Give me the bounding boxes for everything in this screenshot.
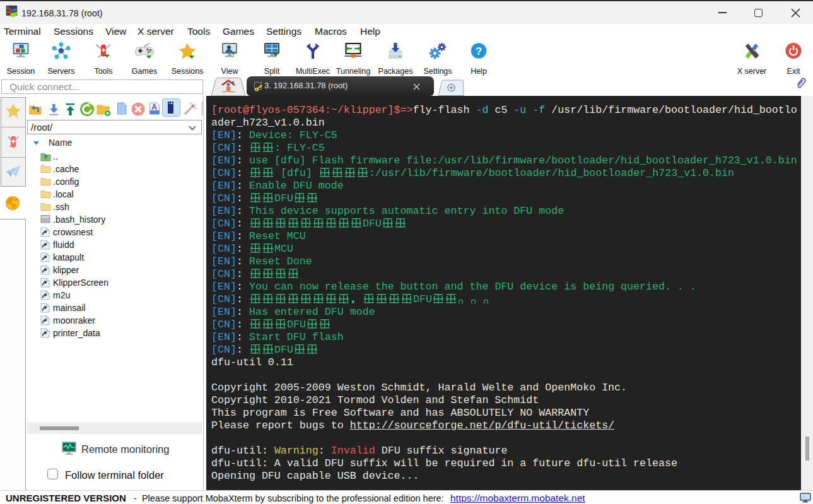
svg-text:A: A	[151, 103, 157, 112]
svg-text:?: ?	[476, 45, 482, 57]
